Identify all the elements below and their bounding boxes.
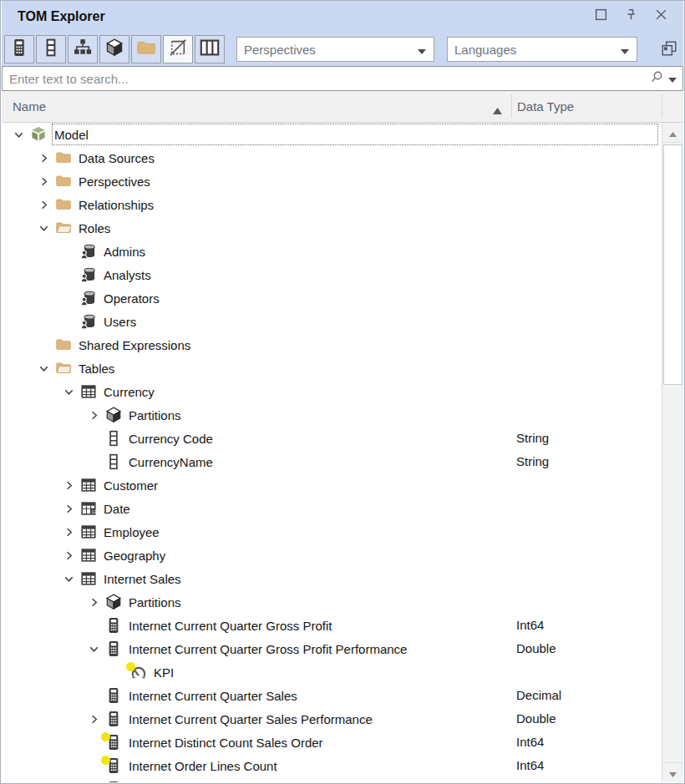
chevron-down-icon[interactable] xyxy=(58,380,79,403)
toggle-hidden-objects-button[interactable] xyxy=(163,35,193,63)
tree-row[interactable]: Internet Sales xyxy=(2,567,662,590)
tree-item-label: Relationships xyxy=(77,198,154,212)
data-type-column-header[interactable]: Data Type xyxy=(517,91,574,122)
chevron-down-icon[interactable] xyxy=(33,216,53,240)
data-type-value: String xyxy=(516,427,549,450)
tree-row[interactable]: Relationships xyxy=(2,193,662,216)
chevron-right-icon[interactable] xyxy=(58,520,79,544)
chevron-down-icon[interactable] xyxy=(8,123,28,146)
tree-item-label: Geography xyxy=(102,549,165,563)
vertical-scrollbar[interactable] xyxy=(662,123,683,782)
pin-button[interactable] xyxy=(622,8,640,26)
display-folders-icon xyxy=(136,38,156,60)
chevron-right-icon[interactable] xyxy=(33,169,53,193)
chevron-down-icon[interactable] xyxy=(33,357,53,380)
scroll-up-button[interactable] xyxy=(662,123,683,143)
toggle-partitions-button[interactable] xyxy=(99,35,129,63)
tree-row[interactable]: Internet Current Quarter Gross ProfitInt… xyxy=(2,614,662,637)
data-type-value: Double xyxy=(516,637,556,660)
tree-item-labelwrap: Internet Distinct Count Sales Order xyxy=(127,731,658,753)
chevron-right-icon[interactable] xyxy=(84,403,104,427)
chevron-down-icon[interactable] xyxy=(58,567,79,590)
toggle-hierarchies-button[interactable] xyxy=(68,35,98,63)
tree-row[interactable] xyxy=(2,777,662,782)
tree-item-label: Model xyxy=(53,128,89,142)
data-type-value: Int64 xyxy=(516,614,544,637)
tree-row[interactable]: Internet Current Quarter Sales Performan… xyxy=(2,707,662,731)
search-input[interactable] xyxy=(3,72,650,86)
chevron-right-icon[interactable] xyxy=(33,146,53,169)
toggle-columns-button[interactable] xyxy=(36,35,66,63)
tree-row[interactable]: Internet Current Quarter Gross Profit Pe… xyxy=(2,637,662,660)
languages-combobox[interactable]: Languages xyxy=(447,37,637,62)
tree-item-label: Customer xyxy=(102,478,158,493)
chevron-down-icon[interactable] xyxy=(668,71,677,86)
column-separator[interactable] xyxy=(511,94,512,119)
tree-row[interactable]: Perspectives xyxy=(2,169,662,193)
column-icon xyxy=(105,453,122,470)
tree-item-labelwrap: Analysts xyxy=(102,264,658,286)
search-icon[interactable] xyxy=(650,70,663,87)
cascade-windows-button[interactable] xyxy=(657,40,682,60)
tree-row[interactable]: 12Date xyxy=(2,497,662,520)
tree-row[interactable]: Internet Order Lines CountInt64 xyxy=(2,754,662,777)
tree-item-labelwrap: Geography xyxy=(102,544,658,566)
tree-row[interactable]: Admins xyxy=(2,240,662,263)
tree-row[interactable]: Shared Expressions xyxy=(2,333,662,357)
toolbar: Perspectives Languages xyxy=(2,32,683,66)
measure-icon xyxy=(105,687,122,704)
chevron-right-icon[interactable] xyxy=(58,497,79,520)
chevron-down-icon xyxy=(621,43,637,57)
scrollbar-thumb[interactable] xyxy=(663,144,682,385)
toggle-column-view-button[interactable] xyxy=(195,35,225,63)
close-button[interactable] xyxy=(652,8,670,26)
tree-row[interactable]: Currency xyxy=(2,380,662,403)
float-button[interactable] xyxy=(591,8,610,26)
tree-row[interactable]: Customer xyxy=(2,473,662,497)
tree-item-label: Internet Current Quarter Gross Profit Pe… xyxy=(127,642,407,656)
tree-row[interactable]: Operators xyxy=(2,286,662,310)
tree-item-label: Tables xyxy=(77,362,114,376)
toggle-measures-button[interactable] xyxy=(4,35,34,63)
name-column-header[interactable]: Name xyxy=(13,91,46,122)
tree-row[interactable]: Partitions xyxy=(2,403,662,427)
calendar-icon: 12 xyxy=(80,500,97,517)
tree-item-label: Partitions xyxy=(127,408,181,422)
tree-row[interactable]: KPI xyxy=(2,660,662,684)
tree-item-labelwrap: Roles xyxy=(77,217,658,239)
tree-row[interactable]: Analysts xyxy=(2,263,662,286)
tree-row[interactable]: Data Sources xyxy=(2,146,662,169)
column-view-icon xyxy=(200,38,220,60)
perspectives-combobox[interactable]: Perspectives xyxy=(236,37,434,62)
toggle-display-folders-button[interactable] xyxy=(131,35,161,63)
tree-row[interactable]: Currency CodeString xyxy=(2,427,662,450)
tree-row[interactable]: Internet Distinct Count Sales OrderInt64 xyxy=(2,731,662,754)
tree-row[interactable]: Tables xyxy=(2,357,662,380)
tree-row[interactable]: Geography xyxy=(2,544,662,567)
tree-row[interactable]: Partitions xyxy=(2,590,662,614)
tree-row[interactable]: CurrencyNameString xyxy=(2,450,662,473)
tree-row[interactable]: Internet Current Quarter SalesDecimal xyxy=(2,684,662,707)
chevron-placeholder xyxy=(58,286,79,310)
tree-item-labelwrap: Model xyxy=(52,124,658,145)
tom-explorer-panel: TOM Explorer Perspectives Languages Name… xyxy=(0,0,685,784)
measure-icon xyxy=(105,640,122,657)
tree-row[interactable]: Employee xyxy=(2,520,662,544)
tree-item-labelwrap: Internet Sales xyxy=(102,568,658,589)
chevron-right-icon[interactable] xyxy=(84,590,104,614)
chevron-right-icon[interactable] xyxy=(84,707,104,731)
perspectives-combobox-value: Perspectives xyxy=(244,43,316,57)
chevron-right-icon[interactable] xyxy=(58,544,79,567)
tree-row[interactable]: Users xyxy=(2,310,662,333)
search-box xyxy=(2,66,683,91)
tree-row[interactable]: Roles xyxy=(2,216,662,240)
chevron-right-icon[interactable] xyxy=(58,473,79,497)
chevron-right-icon[interactable] xyxy=(33,193,53,216)
scroll-down-button[interactable] xyxy=(662,762,683,782)
chevron-down-icon[interactable] xyxy=(84,637,104,660)
close-icon xyxy=(654,8,668,25)
table-icon xyxy=(80,547,97,564)
measure-icon xyxy=(105,617,122,634)
column-separator[interactable] xyxy=(662,94,662,119)
tree-row[interactable]: Model xyxy=(2,123,662,146)
